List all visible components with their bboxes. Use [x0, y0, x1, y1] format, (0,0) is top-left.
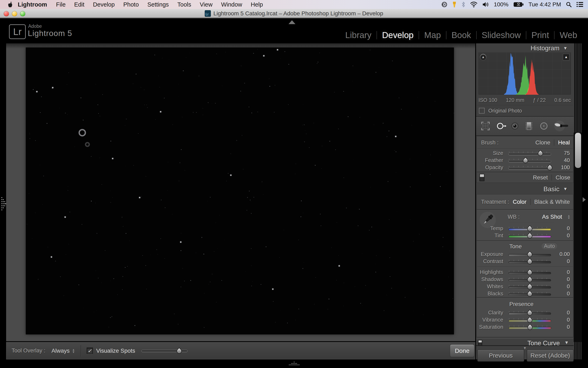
- reset-adobe-button[interactable]: Reset (Adobe): [527, 350, 574, 362]
- menu-file[interactable]: File: [52, 0, 70, 9]
- clarity-slider[interactable]: [509, 309, 551, 316]
- opacity-slider[interactable]: [509, 164, 551, 171]
- done-button[interactable]: Done: [450, 344, 474, 357]
- battery-icon[interactable]: [513, 2, 524, 7]
- close-button-panel[interactable]: Close: [555, 174, 570, 181]
- tone-curve-panel-header[interactable]: Tone Curve ▼: [476, 338, 573, 346]
- slider-thumb[interactable]: [526, 269, 533, 276]
- slider-thumb[interactable]: [526, 309, 533, 316]
- wifi-icon[interactable]: [470, 2, 477, 7]
- whites-value[interactable]: 0: [551, 283, 570, 290]
- graduated-filter-tool-icon[interactable]: [524, 121, 534, 131]
- saturation-value[interactable]: 0: [551, 324, 570, 330]
- module-tab-develop[interactable]: Develop: [377, 30, 419, 40]
- slider-thumb[interactable]: [526, 225, 533, 232]
- module-tab-library[interactable]: Library: [340, 30, 377, 40]
- flashlight-icon[interactable]: [452, 1, 457, 8]
- vibrance-value[interactable]: 0: [551, 317, 570, 323]
- crop-tool-icon[interactable]: [481, 121, 490, 131]
- basic-panel-header[interactable]: Basic ▼: [476, 184, 574, 193]
- slider-thumb[interactable]: [526, 232, 533, 239]
- original-photo-checkbox[interactable]: [479, 108, 485, 113]
- bluetooth-icon[interactable]: [462, 1, 465, 8]
- slider-thumb[interactable]: [537, 150, 544, 157]
- feather-value[interactable]: 40: [551, 157, 570, 164]
- contrast-value[interactable]: 0: [551, 258, 570, 265]
- menu-window[interactable]: Window: [217, 0, 246, 9]
- red-eye-tool-icon[interactable]: [510, 121, 519, 130]
- module-tab-print[interactable]: Print: [526, 30, 554, 40]
- exposure-slider[interactable]: [509, 251, 551, 258]
- menu-photo[interactable]: Photo: [119, 0, 143, 9]
- slider-thumb[interactable]: [176, 347, 183, 355]
- menu-tools[interactable]: Tools: [173, 0, 195, 9]
- panel-switch-icon[interactable]: [478, 340, 482, 346]
- apple-menu-icon[interactable]: [8, 1, 13, 8]
- temp-value[interactable]: 0: [551, 225, 570, 231]
- shadows-value[interactable]: 0: [551, 276, 570, 283]
- reset-button[interactable]: Reset: [533, 174, 548, 181]
- contrast-slider[interactable]: [509, 258, 551, 265]
- highlights-value[interactable]: 0: [551, 269, 570, 275]
- size-value[interactable]: 75: [551, 150, 570, 156]
- temp-slider[interactable]: [509, 225, 551, 232]
- shadow-clipping-indicator[interactable]: ▲: [480, 54, 486, 60]
- bottom-panel-reveal-arrow[interactable]: [289, 361, 300, 365]
- histogram-display[interactable]: ▲ ▲: [478, 52, 571, 94]
- photo-canvas[interactable]: [26, 47, 454, 334]
- menu-settings[interactable]: Settings: [143, 0, 173, 9]
- slider-thumb[interactable]: [526, 324, 534, 331]
- visualize-spots-checkbox[interactable]: ✓: [87, 348, 93, 354]
- histogram-panel-header[interactable]: Histogram ▼: [476, 44, 574, 53]
- right-panel-collapse-arrow[interactable]: [583, 197, 586, 202]
- tool-overlay-value[interactable]: Always: [52, 348, 70, 354]
- feather-slider[interactable]: [509, 157, 551, 164]
- menu-edit[interactable]: Edit: [70, 0, 89, 9]
- tint-slider[interactable]: [509, 232, 551, 239]
- module-tab-web[interactable]: Web: [554, 30, 582, 40]
- clone-mode-button[interactable]: Clone: [535, 139, 550, 146]
- tool-switch-icon[interactable]: [480, 174, 484, 181]
- highlight-clipping-indicator[interactable]: ▲: [563, 54, 570, 60]
- blacks-slider[interactable]: [509, 290, 551, 297]
- treatment-bw-button[interactable]: Black & White: [534, 199, 570, 205]
- top-panel-reveal-arrow[interactable]: [289, 20, 295, 24]
- slider-thumb[interactable]: [526, 283, 533, 290]
- previous-button[interactable]: Previous: [477, 350, 524, 362]
- module-tab-book[interactable]: Book: [447, 30, 476, 40]
- slider-thumb[interactable]: [526, 316, 533, 324]
- module-tab-slideshow[interactable]: Slideshow: [477, 30, 526, 40]
- slider-thumb[interactable]: [526, 290, 533, 297]
- menu-help[interactable]: Help: [246, 0, 267, 9]
- heal-mode-button[interactable]: Heal: [558, 139, 570, 146]
- slider-thumb[interactable]: [522, 157, 529, 164]
- scrollbar-thumb[interactable]: [575, 133, 581, 168]
- slider-thumb[interactable]: [526, 251, 533, 258]
- radial-filter-tool-icon[interactable]: [539, 121, 548, 130]
- menu-clock[interactable]: Tue 4:42 PM: [528, 1, 561, 8]
- notification-center-icon[interactable]: [577, 2, 583, 7]
- saturation-slider[interactable]: [509, 324, 551, 331]
- menu-view[interactable]: View: [195, 0, 217, 9]
- creative-cloud-icon[interactable]: [441, 2, 447, 7]
- menu-lightroom[interactable]: Lightroom: [13, 0, 52, 9]
- wb-preset-dropdown[interactable]: As Shot: [542, 213, 562, 220]
- blacks-value[interactable]: 0: [551, 290, 570, 297]
- opacity-value[interactable]: 100: [551, 164, 570, 171]
- visualize-spots-slider[interactable]: [141, 347, 188, 354]
- adjustment-brush-tool-icon[interactable]: [553, 120, 569, 132]
- treatment-color-button[interactable]: Color: [513, 199, 527, 205]
- photo[interactable]: [26, 47, 454, 334]
- size-slider[interactable]: [509, 150, 551, 157]
- slider-thumb[interactable]: [526, 276, 533, 283]
- menu-develop[interactable]: Develop: [89, 0, 119, 9]
- shadows-slider[interactable]: [509, 276, 551, 283]
- panel-scrollbar[interactable]: [574, 43, 582, 359]
- exposure-value[interactable]: 0.00: [551, 251, 570, 257]
- left-panel-reveal-arrow[interactable]: [1, 195, 6, 212]
- module-tab-map[interactable]: Map: [419, 30, 446, 40]
- slider-thumb[interactable]: [526, 258, 533, 265]
- whites-slider[interactable]: [509, 283, 551, 290]
- vibrance-slider[interactable]: [509, 316, 551, 323]
- highlights-slider[interactable]: [509, 269, 551, 276]
